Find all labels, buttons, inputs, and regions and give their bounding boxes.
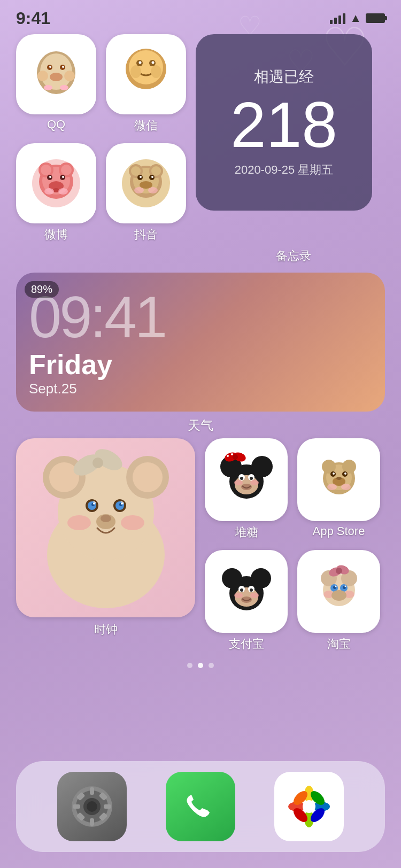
page-dot-1 bbox=[198, 663, 203, 668]
svg-point-9 bbox=[44, 85, 52, 90]
dock-settings[interactable] bbox=[57, 772, 127, 841]
clock-widget[interactable]: 89% 09:41 Friday Sept.25 bbox=[16, 273, 385, 412]
memo-widget-label: 备忘录 bbox=[276, 249, 311, 262]
svg-point-137 bbox=[87, 801, 97, 812]
svg-rect-131 bbox=[104, 804, 111, 809]
app-label-taobao: 淘宝 bbox=[327, 636, 351, 652]
app-icon-appstore bbox=[297, 438, 380, 521]
app-label-qq: QQ bbox=[47, 118, 65, 131]
app-duitang[interactable]: 堆糖 bbox=[205, 438, 288, 540]
svg-point-125 bbox=[331, 590, 346, 601]
app-icon-wechat bbox=[106, 34, 186, 114]
svg-point-66 bbox=[121, 502, 123, 505]
app-douyin[interactable]: 抖音 bbox=[106, 143, 186, 243]
svg-point-8 bbox=[64, 71, 75, 81]
dock-photos[interactable] bbox=[274, 772, 344, 841]
svg-point-82 bbox=[240, 477, 243, 480]
svg-point-39 bbox=[131, 166, 141, 176]
app-icon-douyin bbox=[106, 143, 186, 223]
weather-label: 天气 bbox=[188, 418, 213, 432]
bottom-app-section: 时钟 bbox=[16, 438, 385, 652]
dock-phone[interactable] bbox=[166, 772, 235, 841]
svg-point-6 bbox=[50, 73, 63, 81]
svg-point-17 bbox=[130, 65, 141, 78]
svg-point-33 bbox=[58, 188, 68, 195]
svg-point-98 bbox=[336, 477, 342, 480]
app-label-duitang: 堆糖 bbox=[235, 524, 258, 540]
memo-days: 218 bbox=[230, 92, 337, 157]
app-taobao[interactable]: 淘宝 bbox=[297, 550, 380, 652]
app-appstore[interactable]: App Store bbox=[297, 438, 380, 540]
app-alipay[interactable]: 支付宝 bbox=[205, 550, 288, 652]
svg-point-68 bbox=[101, 515, 111, 522]
svg-point-121 bbox=[335, 585, 336, 587]
svg-point-44 bbox=[151, 176, 153, 178]
svg-point-108 bbox=[250, 593, 259, 598]
memo-date: 2020-09-25 星期五 bbox=[235, 162, 334, 178]
svg-point-93 bbox=[333, 472, 335, 475]
svg-rect-129 bbox=[90, 818, 94, 826]
svg-point-7 bbox=[37, 71, 48, 81]
app-clock[interactable] bbox=[16, 438, 195, 617]
svg-point-25 bbox=[61, 165, 72, 175]
svg-point-32 bbox=[44, 188, 54, 195]
svg-point-40 bbox=[151, 166, 161, 176]
home-screen: QQ 微信 bbox=[0, 29, 401, 668]
svg-point-24 bbox=[41, 165, 51, 175]
dock-icon-settings bbox=[57, 772, 127, 841]
svg-point-116 bbox=[336, 568, 342, 574]
svg-point-90 bbox=[342, 460, 356, 474]
svg-point-107 bbox=[234, 593, 243, 598]
svg-point-147 bbox=[303, 800, 315, 813]
signal-icon bbox=[330, 12, 345, 24]
svg-point-15 bbox=[139, 61, 142, 64]
top-left-icons: QQ 微信 bbox=[16, 34, 186, 243]
page-dots bbox=[16, 663, 385, 668]
app-wechat[interactable]: 微信 bbox=[106, 34, 186, 134]
svg-point-56 bbox=[92, 458, 103, 468]
clock-widget-time: 09:41 bbox=[29, 288, 372, 346]
app-label-douyin: 抖音 bbox=[134, 227, 158, 243]
svg-rect-130 bbox=[73, 804, 80, 809]
svg-point-10 bbox=[60, 85, 68, 90]
clock-widget-date: Sept.25 bbox=[29, 381, 372, 397]
svg-point-46 bbox=[134, 187, 144, 193]
clock-widget-day: Friday bbox=[29, 348, 372, 381]
memo-title: 相遇已经 bbox=[254, 67, 314, 87]
svg-point-84 bbox=[234, 480, 243, 485]
dock bbox=[16, 761, 385, 852]
svg-point-4 bbox=[49, 66, 51, 68]
svg-point-83 bbox=[250, 477, 253, 480]
app-qq[interactable]: QQ bbox=[16, 34, 96, 134]
svg-point-16 bbox=[152, 61, 155, 64]
svg-point-18 bbox=[151, 65, 161, 78]
svg-point-65 bbox=[93, 502, 95, 505]
app-icon-duitang bbox=[205, 438, 288, 521]
svg-rect-128 bbox=[90, 787, 94, 795]
app-icon-alipay bbox=[205, 550, 288, 633]
svg-point-101 bbox=[251, 568, 271, 588]
top-app-grid: QQ 微信 bbox=[16, 34, 385, 243]
svg-point-100 bbox=[222, 568, 242, 588]
svg-point-43 bbox=[140, 176, 142, 178]
battery-icon bbox=[366, 13, 385, 23]
svg-point-106 bbox=[250, 588, 253, 592]
svg-point-105 bbox=[240, 588, 243, 592]
svg-point-73 bbox=[251, 456, 273, 477]
status-bar: 9:41 ▲ bbox=[0, 0, 401, 29]
svg-point-78 bbox=[231, 453, 233, 455]
page-dot-0 bbox=[187, 663, 192, 668]
svg-point-28 bbox=[49, 176, 51, 178]
app-label-wechat: 微信 bbox=[134, 118, 158, 134]
page-dot-2 bbox=[209, 663, 214, 668]
app-label-clock: 时钟 bbox=[94, 622, 118, 638]
svg-point-96 bbox=[327, 484, 337, 490]
memo-widget[interactable]: 相遇已经 218 2020-09-25 星期五 bbox=[196, 34, 372, 211]
svg-point-69 bbox=[67, 515, 91, 530]
app-weibo[interactable]: 微博 bbox=[16, 143, 96, 243]
app-icon-weibo bbox=[16, 143, 96, 223]
wifi-icon: ▲ bbox=[350, 11, 361, 25]
svg-point-53 bbox=[133, 462, 163, 492]
svg-point-29 bbox=[62, 176, 64, 178]
svg-point-94 bbox=[344, 472, 346, 475]
